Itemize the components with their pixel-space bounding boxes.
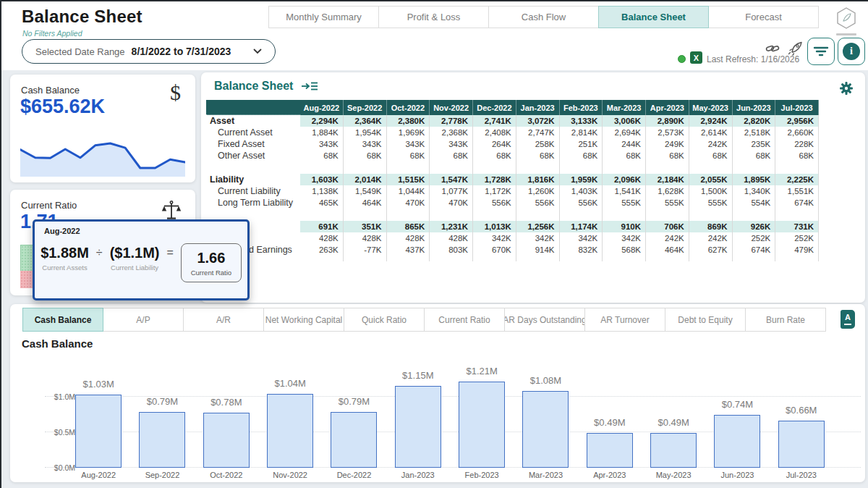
metric-tab-burn-rate[interactable]: Burn Rate — [745, 308, 826, 332]
matrix-cell — [516, 209, 560, 221]
matrix-cell: 832K — [560, 244, 603, 256]
matrix-cell: 249K — [646, 138, 689, 150]
bar-value-label: $0.78M — [210, 397, 242, 408]
filter-lines-button[interactable] — [807, 38, 835, 65]
bar-value-label: $0.66M — [786, 405, 817, 416]
matrix-cell — [344, 209, 387, 221]
kpi-title: Cash Balance — [21, 85, 80, 96]
matrix-cell: 264K — [473, 138, 516, 150]
matrix-cell: 68K — [430, 150, 473, 161]
x-axis-labels: Aug-2022Sep-2022Oct-2022Nov-2022Dec-2022… — [67, 471, 833, 479]
bar-May-2023[interactable] — [650, 433, 697, 468]
matrix-cell: 2,184K — [646, 174, 689, 185]
bar-value-label: $0.49M — [594, 417, 625, 428]
row-label: Liability — [206, 174, 300, 185]
matrix-cell: 2,814K — [560, 127, 603, 138]
matrix-cell: 627K — [689, 244, 733, 256]
matrix-cell: 1,541K — [603, 185, 646, 197]
bar-Jun-2023[interactable] — [714, 415, 760, 468]
matrix-cell: 252K — [733, 232, 776, 244]
date-range-value: 8/1/2022 to 7/31/2023 — [132, 46, 231, 57]
dictionary-icon[interactable]: A — [841, 310, 855, 329]
brand-caption — [836, 33, 856, 35]
date-range-label: Selected Date Range — [35, 46, 125, 57]
bar-Sep-2022[interactable] — [139, 412, 185, 468]
metric-tab-net-working-capital[interactable]: Net Working Capital — [263, 308, 344, 332]
matrix-cell: 2,518K — [733, 127, 776, 138]
matrix-row: Asset2,294K2,364K2,380K2,778K2,741K3,072… — [206, 115, 819, 127]
matrix-cell: 2,380K — [387, 115, 430, 127]
matrix-cell: 1,231K — [430, 221, 473, 232]
gear-icon[interactable] — [839, 81, 854, 98]
matrix-cell — [603, 209, 646, 221]
matrix-cell — [733, 209, 776, 221]
matrix-cell: 670K — [473, 244, 516, 256]
matrix-cell — [560, 161, 603, 174]
x-tick-label: Sep-2022 — [130, 471, 194, 479]
bar-Feb-2023[interactable] — [459, 382, 505, 468]
matrix-cell: 731K — [775, 221, 819, 232]
metric-tab-ar[interactable]: A/R — [183, 308, 264, 332]
tab-forecast[interactable]: Forecast — [708, 6, 819, 28]
matrix-cell: 556K — [516, 197, 560, 209]
matrix-cell: 1,547K — [430, 174, 473, 185]
matrix-cell — [775, 256, 819, 261]
tab-cash-flow[interactable]: Cash Flow — [488, 6, 599, 28]
bar-Mar-2023[interactable] — [522, 391, 569, 468]
matrix-cell: 568K — [603, 244, 646, 256]
bar-Jan-2023[interactable] — [395, 386, 441, 468]
cash-balance-sparkline — [20, 139, 185, 177]
bar-value-label: $1.03M — [82, 379, 114, 390]
metric-tab-current-ratio[interactable]: Current Ratio — [424, 308, 505, 332]
x-tick-label: Jul-2023 — [770, 471, 833, 479]
bar-value-label: $0.79M — [147, 396, 178, 407]
matrix-cell: 1,260K — [516, 185, 560, 197]
bar-value-label: $1.04M — [274, 378, 305, 389]
bar-Jul-2023[interactable] — [778, 421, 825, 468]
matrix-cell: 1,628K — [646, 185, 689, 197]
bar-slot: $1.15M — [386, 352, 450, 468]
matrix-cell — [689, 161, 733, 174]
matrix-cell: 803K — [430, 244, 473, 256]
row-label: Current Asset — [206, 127, 300, 138]
expand-rows-icon[interactable] — [302, 81, 318, 91]
hexagon-logo-icon — [835, 7, 857, 30]
metric-tab-ar-days-outstanding[interactable]: AR Days Outstanding — [504, 308, 585, 332]
metric-tab-debt-to-equity[interactable]: Debt to Equity — [665, 308, 746, 332]
matrix-cell: 343K — [300, 138, 344, 150]
column-header: Apr-2023 — [646, 100, 689, 115]
filter-lines-icon — [813, 45, 829, 58]
bar-Apr-2023[interactable] — [587, 433, 633, 468]
bar-Oct-2022[interactable] — [203, 413, 250, 468]
matrix-row: Liability1,603K2,014K1,515K1,547K1,728K1… — [206, 174, 819, 185]
result-value: 1.66 — [189, 248, 234, 267]
matrix-cell: 464K — [646, 244, 689, 256]
column-header: Aug-2022 — [300, 100, 344, 115]
matrix-cell: 68K — [300, 150, 344, 161]
bar-Dec-2022[interactable] — [331, 412, 377, 468]
x-tick-label: Jun-2023 — [705, 471, 769, 479]
row-label-header — [206, 100, 300, 115]
bar-slot: $1.03M — [67, 352, 130, 468]
column-header: May-2023 — [689, 100, 733, 115]
matrix-cell — [603, 256, 646, 261]
metric-tab-ap[interactable]: A/P — [103, 308, 184, 332]
matrix-cell — [646, 209, 689, 221]
tab-monthly-summary[interactable]: Monthly Summary — [268, 6, 379, 28]
bar-slot: $0.79M — [130, 352, 194, 468]
date-range-selector[interactable]: Selected Date Range 8/1/2022 to 7/31/202… — [22, 39, 276, 64]
matrix-row: Fixed Asset343K343K343K343K264K258K251K2… — [206, 138, 819, 150]
metric-tab-cash-balance[interactable]: Cash Balance — [22, 308, 103, 332]
bar-Aug-2022[interactable] — [75, 395, 122, 468]
tab-balance-sheet[interactable]: Balance Sheet — [598, 6, 709, 28]
x-tick-label: Jan-2023 — [386, 471, 450, 479]
metric-tab-ar-turnover[interactable]: AR Turnover — [584, 308, 665, 332]
matrix-cell — [300, 161, 344, 174]
info-button[interactable]: i — [838, 38, 865, 65]
matrix-cell: 869K — [689, 221, 733, 232]
matrix-cell: 1,138K — [300, 185, 344, 197]
cash-balance-bar-chart: $0.0M$0.5M$1.0M $1.03M$0.79M$0.78M$1.04M… — [45, 352, 861, 468]
bar-Nov-2022[interactable] — [267, 394, 313, 468]
metric-tab-quick-ratio[interactable]: Quick Ratio — [344, 308, 425, 332]
tab-profit-loss[interactable]: Profit & Loss — [378, 6, 489, 28]
